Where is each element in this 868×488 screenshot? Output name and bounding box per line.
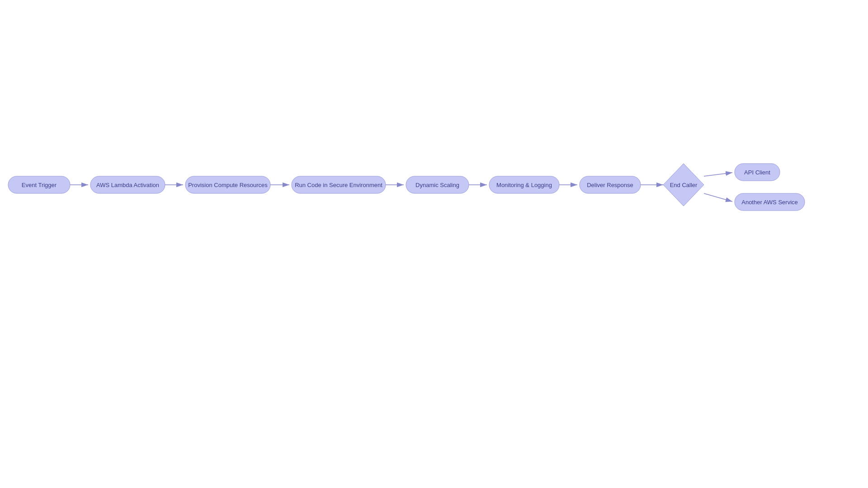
label-end-caller: End Caller	[670, 182, 698, 188]
label-another-aws-service: Another AWS Service	[741, 199, 798, 206]
diagram-canvas: Event Trigger AWS Lambda Activation Prov…	[0, 0, 868, 488]
label-dynamic-scaling: Dynamic Scaling	[415, 182, 459, 188]
label-lambda-activation: AWS Lambda Activation	[96, 182, 159, 188]
label-provision-compute: Provision Compute Resources	[188, 182, 268, 188]
label-event-trigger: Event Trigger	[22, 182, 57, 188]
label-monitoring-logging: Monitoring & Logging	[496, 182, 552, 188]
label-run-code: Run Code in Secure Environment	[295, 182, 382, 188]
label-deliver-response: Deliver Response	[587, 182, 633, 188]
label-api-client: API Client	[744, 169, 770, 176]
arrow-9	[704, 193, 732, 202]
arrow-8	[704, 173, 732, 176]
